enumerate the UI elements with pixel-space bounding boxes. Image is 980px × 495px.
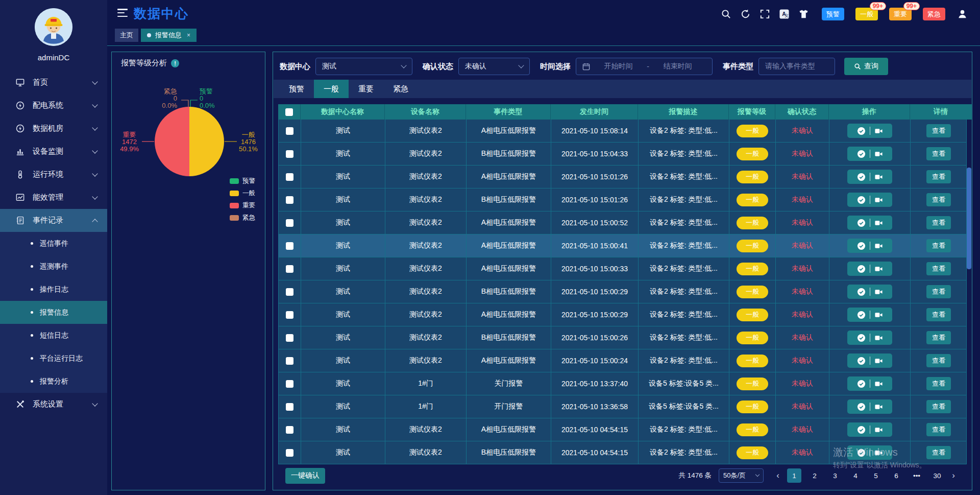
fullscreen-icon[interactable] bbox=[760, 9, 770, 19]
video-icon[interactable] bbox=[874, 357, 883, 365]
submenu-item[interactable]: 报警信息 bbox=[0, 301, 107, 324]
level-tab-重要[interactable]: 重要 bbox=[349, 80, 383, 98]
tab-alarm-info[interactable]: 报警信息 × bbox=[141, 29, 197, 42]
video-icon[interactable] bbox=[874, 380, 883, 388]
confirm-icon[interactable] bbox=[857, 357, 866, 365]
row-checkbox[interactable] bbox=[286, 219, 293, 227]
video-icon[interactable] bbox=[874, 265, 883, 273]
video-icon[interactable] bbox=[874, 311, 883, 319]
sidebar-item-5[interactable]: 能效管理 bbox=[0, 186, 107, 209]
video-icon[interactable] bbox=[874, 242, 883, 250]
confirm-icon[interactable] bbox=[857, 265, 866, 273]
page-number-4[interactable]: 4 bbox=[848, 468, 863, 483]
confirm-icon[interactable] bbox=[857, 403, 866, 411]
table-row[interactable]: 测试测试仪表2A相电压低限报警2021-05-10 04:54:15设备2 标签… bbox=[278, 418, 967, 441]
view-button[interactable]: 查看 bbox=[926, 193, 951, 206]
confirm-icon[interactable] bbox=[857, 334, 866, 342]
confirm-icon[interactable] bbox=[857, 150, 866, 158]
table-row[interactable]: 测试测试仪表2A相电压低限报警2021-05-10 15:00:41设备2 标签… bbox=[278, 234, 967, 257]
submenu-item[interactable]: 平台运行日志 bbox=[0, 347, 107, 370]
view-button[interactable]: 查看 bbox=[926, 170, 951, 183]
confirm-all-button[interactable]: 一键确认 bbox=[285, 468, 325, 484]
row-checkbox[interactable] bbox=[286, 288, 293, 296]
page-number-1[interactable]: 1 bbox=[787, 468, 801, 483]
table-row[interactable]: 测试测试仪表2B相电压低限报警2021-05-10 04:54:15设备2 标签… bbox=[278, 441, 967, 464]
row-checkbox[interactable] bbox=[286, 150, 293, 158]
prev-page-arrow[interactable]: ‹ bbox=[772, 468, 784, 483]
row-checkbox[interactable] bbox=[286, 357, 293, 365]
page-number-5[interactable]: 5 bbox=[869, 468, 883, 483]
confirm-icon[interactable] bbox=[857, 311, 866, 319]
row-checkbox[interactable] bbox=[286, 173, 293, 181]
table-row[interactable]: 测试1#门开门报警2021-05-10 13:36:58设备5 标签:设备5 类… bbox=[278, 395, 967, 418]
row-checkbox[interactable] bbox=[286, 311, 293, 319]
table-row[interactable]: 测试测试仪表2A相电压低限报警2021-05-10 15:00:24设备2 标签… bbox=[278, 349, 967, 372]
submenu-item[interactable]: 遥测事件 bbox=[0, 255, 107, 278]
page-number-2[interactable]: 2 bbox=[807, 468, 822, 483]
theme-shirt-icon[interactable] bbox=[798, 9, 809, 19]
view-button[interactable]: 查看 bbox=[926, 285, 951, 298]
alarm-button[interactable]: 一般99+ bbox=[855, 8, 878, 20]
sidebar-item-7[interactable]: 系统设置 bbox=[0, 393, 107, 416]
row-checkbox[interactable] bbox=[286, 265, 293, 273]
submenu-item[interactable]: 报警分析 bbox=[0, 370, 107, 393]
alarm-button[interactable]: 紧急 bbox=[923, 8, 945, 20]
sidebar-item-3[interactable]: 设备监测 bbox=[0, 140, 107, 163]
table-row[interactable]: 测试测试仪表2A相电压低限报警2021-05-10 15:08:14设备2 标签… bbox=[278, 120, 967, 143]
view-button[interactable]: 查看 bbox=[926, 308, 951, 321]
view-button[interactable]: 查看 bbox=[926, 239, 951, 252]
video-icon[interactable] bbox=[874, 127, 883, 135]
video-icon[interactable] bbox=[874, 449, 883, 457]
scrollbar-thumb[interactable] bbox=[967, 168, 971, 269]
page-size-select[interactable]: 50条/页 bbox=[719, 468, 764, 483]
view-button[interactable]: 查看 bbox=[926, 400, 951, 413]
table-row[interactable]: 测试测试仪表2A相电压低限报警2021-05-10 15:00:33设备2 标签… bbox=[278, 257, 967, 280]
row-checkbox[interactable] bbox=[286, 242, 293, 250]
translate-icon[interactable]: A文 bbox=[779, 9, 790, 19]
submenu-item[interactable]: 短信日志 bbox=[0, 324, 107, 347]
row-checkbox[interactable] bbox=[286, 127, 293, 135]
row-checkbox[interactable] bbox=[286, 426, 293, 434]
refresh-icon[interactable] bbox=[740, 9, 751, 19]
search-icon[interactable] bbox=[721, 9, 731, 19]
row-checkbox[interactable] bbox=[286, 196, 293, 204]
video-icon[interactable] bbox=[874, 288, 883, 296]
alarm-button[interactable]: 重要99+ bbox=[889, 8, 912, 20]
view-button[interactable]: 查看 bbox=[926, 147, 951, 160]
row-checkbox[interactable] bbox=[286, 403, 293, 411]
time-range-input[interactable]: 开始时间 - 结束时间 bbox=[576, 58, 713, 75]
confirm-icon[interactable] bbox=[857, 127, 866, 135]
view-button[interactable]: 查看 bbox=[926, 124, 951, 137]
submenu-item[interactable]: 遥信事件 bbox=[0, 232, 107, 255]
sidebar-item-2[interactable]: 数据机房 bbox=[0, 117, 107, 140]
video-icon[interactable] bbox=[874, 150, 883, 158]
video-icon[interactable] bbox=[874, 426, 883, 434]
view-button[interactable]: 查看 bbox=[926, 423, 951, 436]
status-select[interactable]: 未确认 bbox=[458, 58, 530, 75]
table-row[interactable]: 测试测试仪表2B相电压低限报警2021-05-10 15:00:26设备2 标签… bbox=[278, 326, 967, 349]
submenu-item[interactable]: 操作日志 bbox=[0, 278, 107, 301]
video-icon[interactable] bbox=[874, 403, 883, 411]
row-checkbox[interactable] bbox=[286, 334, 293, 342]
tab-home[interactable]: 主页 bbox=[115, 29, 138, 42]
page-number-6[interactable]: 6 bbox=[889, 468, 903, 483]
view-button[interactable]: 查看 bbox=[926, 354, 951, 367]
view-button[interactable]: 查看 bbox=[926, 262, 951, 275]
event-type-input[interactable]: 请输入事件类型 bbox=[758, 58, 835, 75]
table-row[interactable]: 测试测试仪表2A相电压低限报警2021-05-10 15:01:26设备2 标签… bbox=[278, 166, 967, 188]
level-tab-一般[interactable]: 一般 bbox=[314, 80, 349, 98]
sidebar-item-1[interactable]: 配电系统 bbox=[0, 94, 107, 117]
table-scrollbar[interactable] bbox=[967, 120, 972, 464]
user-icon[interactable] bbox=[957, 9, 968, 19]
video-icon[interactable] bbox=[874, 334, 883, 342]
menu-collapse-icon[interactable] bbox=[117, 9, 128, 17]
confirm-icon[interactable] bbox=[857, 380, 866, 388]
video-icon[interactable] bbox=[874, 219, 883, 227]
table-row[interactable]: 测试测试仪表2A相电压低限报警2021-05-10 15:00:29设备2 标签… bbox=[278, 303, 967, 326]
page-number-3[interactable]: 3 bbox=[828, 468, 842, 483]
confirm-icon[interactable] bbox=[857, 449, 866, 457]
alarm-button[interactable]: 预警 bbox=[822, 8, 844, 20]
select-all-checkbox[interactable] bbox=[285, 108, 293, 116]
view-button[interactable]: 查看 bbox=[926, 331, 951, 344]
sidebar-item-0[interactable]: 首页 bbox=[0, 71, 107, 94]
